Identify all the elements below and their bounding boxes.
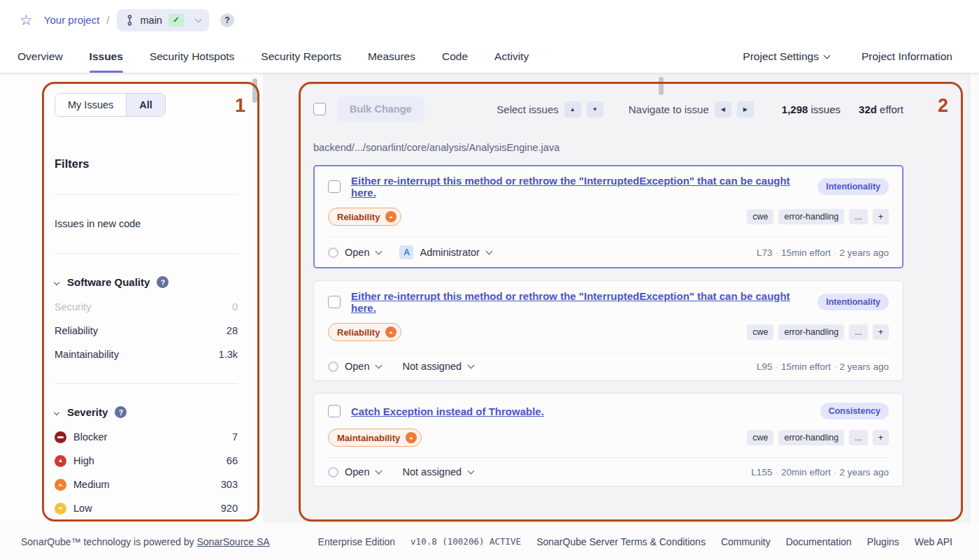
- high-severity-icon: ▲: [55, 455, 66, 467]
- branch-selector[interactable]: main ✓: [117, 9, 209, 31]
- tab-issues[interactable]: Issues: [90, 40, 123, 73]
- issue-checkbox[interactable]: [328, 296, 341, 308]
- issue-title-link[interactable]: Catch Exception instead of Throwable.: [351, 405, 544, 417]
- chevron-down-icon: [376, 468, 383, 475]
- documentation-link[interactable]: Documentation: [786, 536, 852, 547]
- plugins-link[interactable]: Plugins: [867, 536, 899, 547]
- issue-checkbox[interactable]: [328, 405, 341, 417]
- effort-value: 32d: [859, 103, 877, 115]
- tag-error-handling[interactable]: error-handling: [778, 430, 844, 445]
- assignee-dropdown[interactable]: Administrator: [420, 247, 479, 258]
- project-settings-menu[interactable]: Project Settings: [743, 50, 829, 63]
- facet-label: Security: [55, 301, 91, 313]
- filter-issues-in-new-code[interactable]: Issues in new code: [55, 218, 238, 229]
- select-issues-label: Select issues: [496, 103, 558, 115]
- community-link[interactable]: Community: [721, 536, 771, 547]
- all-issues-toggle[interactable]: All: [126, 94, 165, 116]
- add-tag-button[interactable]: +: [873, 430, 889, 445]
- software-quality-pill[interactable]: Maintainability: [328, 429, 422, 447]
- software-quality-pill[interactable]: Reliability: [328, 208, 401, 226]
- powered-by-prefix: SonarQube™ technology is powered by: [21, 536, 196, 547]
- chevron-down-icon: [376, 362, 383, 369]
- facet-security[interactable]: Security 0: [55, 302, 238, 312]
- navigate-next-button[interactable]: ▶: [737, 101, 754, 117]
- tab-code[interactable]: Code: [442, 40, 468, 73]
- webapi-link[interactable]: Web API: [915, 536, 952, 547]
- assignee-dropdown[interactable]: Not assigned: [402, 361, 462, 372]
- issue-card[interactable]: Catch Exception instead of Throwable. Co…: [313, 393, 903, 487]
- facet-label: Maintainability: [55, 349, 119, 360]
- select-all-checkbox[interactable]: [313, 103, 326, 115]
- breadcrumb-project-link[interactable]: Your project: [44, 14, 100, 26]
- facet-count: 28: [227, 325, 238, 336]
- page-scrollbar-track[interactable]: [969, 73, 979, 523]
- line-number: L155: [751, 467, 772, 478]
- bulk-change-button[interactable]: Bulk Change: [337, 96, 424, 122]
- more-tags-button[interactable]: ...: [849, 209, 867, 224]
- tab-overview[interactable]: Overview: [17, 40, 63, 73]
- facet-blocker[interactable]: Blocker 7: [55, 432, 238, 442]
- terms-link[interactable]: SonarQube Server Terms & Conditions: [536, 536, 706, 547]
- tab-activity[interactable]: Activity: [494, 40, 529, 73]
- sidebar-scrollbar[interactable]: [252, 78, 257, 103]
- clean-code-attribute-badge: Consistency: [820, 403, 889, 419]
- issue-card[interactable]: Either re-interrupt this method or rethr…: [313, 280, 903, 381]
- add-tag-button[interactable]: +: [873, 324, 889, 340]
- project-information-link[interactable]: Project Information: [862, 50, 952, 63]
- issue-card[interactable]: Either re-interrupt this method or rethr…: [313, 165, 903, 268]
- filters-sidebar: My Issues All Filters Issues in new code…: [0, 73, 263, 523]
- medium-severity-icon: [406, 432, 417, 443]
- help-icon[interactable]: ?: [220, 13, 234, 27]
- tab-security-reports[interactable]: Security Reports: [261, 40, 341, 73]
- help-icon[interactable]: ?: [115, 406, 127, 418]
- issues-list-scrollbar[interactable]: [659, 77, 664, 95]
- navigate-previous-button[interactable]: ◀: [715, 101, 731, 117]
- help-icon[interactable]: ?: [157, 276, 169, 288]
- effort-text: 15min effort: [781, 361, 831, 372]
- effort-text: 20min effort: [781, 467, 831, 478]
- line-number: L73: [757, 247, 773, 258]
- chevron-down-icon: [468, 362, 475, 369]
- chevron-down-icon: [485, 248, 492, 255]
- facet-count: 66: [227, 455, 238, 466]
- tag-cwe[interactable]: cwe: [747, 209, 773, 224]
- issues-total: 1,298 issues: [782, 103, 841, 115]
- effort-total: 32d effort: [859, 103, 903, 115]
- more-tags-button[interactable]: ...: [849, 324, 867, 340]
- issue-checkbox[interactable]: [328, 180, 341, 193]
- tag-error-handling[interactable]: error-handling: [778, 324, 844, 340]
- assignee-dropdown[interactable]: Not assigned: [402, 466, 462, 478]
- tag-cwe[interactable]: cwe: [747, 430, 773, 445]
- facet-maintainability[interactable]: Maintainability 1.3k: [55, 350, 238, 359]
- status-dropdown[interactable]: Open: [345, 466, 369, 478]
- severity-section-header[interactable]: Severity ?: [55, 406, 238, 418]
- issues-scope-toggle: My Issues All: [55, 93, 166, 117]
- separator: ·: [775, 361, 778, 372]
- facet-high[interactable]: ▲ High 66: [55, 456, 238, 466]
- tag-error-handling[interactable]: error-handling: [778, 209, 844, 224]
- more-tags-button[interactable]: ...: [849, 430, 867, 445]
- chevron-down-icon: [376, 248, 383, 255]
- status-dropdown[interactable]: Open: [345, 361, 369, 372]
- sonarsource-link[interactable]: SonarSource SA: [196, 536, 269, 547]
- my-issues-toggle[interactable]: My Issues: [55, 94, 126, 116]
- select-next-button[interactable]: ▼: [587, 101, 603, 117]
- facet-medium[interactable]: Medium 303: [55, 480, 238, 489]
- software-quality-pill[interactable]: Reliability: [328, 323, 401, 341]
- quality-label: Reliability: [337, 212, 380, 222]
- facet-low[interactable]: Low 920: [55, 503, 238, 513]
- favorite-star-icon[interactable]: ☆: [20, 12, 33, 29]
- facet-reliability[interactable]: Reliability 28: [55, 326, 238, 336]
- select-previous-button[interactable]: ▲: [564, 101, 581, 117]
- status-dropdown[interactable]: Open: [345, 247, 369, 258]
- issue-title-link[interactable]: Either re-interrupt this method or rethr…: [351, 290, 817, 314]
- facet-count: 303: [221, 479, 238, 490]
- facet-count: 7: [232, 431, 238, 443]
- software-quality-section-header[interactable]: Software Quality ?: [55, 276, 238, 288]
- tab-measures[interactable]: Measures: [368, 40, 415, 73]
- tab-security-hotspots[interactable]: Security Hotspots: [150, 40, 234, 73]
- tag-cwe[interactable]: cwe: [747, 324, 773, 340]
- add-tag-button[interactable]: +: [873, 209, 889, 224]
- issue-title-link[interactable]: Either re-interrupt this method or rethr…: [351, 175, 817, 199]
- open-status-icon: [328, 361, 338, 372]
